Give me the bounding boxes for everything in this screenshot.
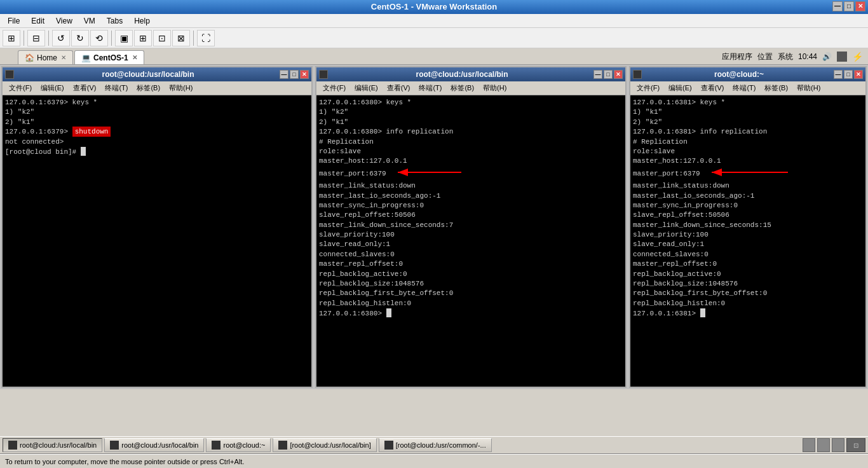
menu-edit[interactable]: Edit: [26, 15, 50, 27]
t3-line-2: 1) "k1": [633, 107, 863, 117]
taskbar-item-2[interactable]: root@cloud:/usr/local/bin: [104, 438, 204, 452]
toolbar-btn-2[interactable]: ⊟: [27, 30, 45, 46]
t1-line-6: [root@cloud bin]#: [5, 147, 309, 157]
t1-menu-view[interactable]: 查看(V): [69, 83, 100, 93]
t2-line-14: slave_priority:100: [319, 230, 623, 240]
close-button[interactable]: ✕: [855, 1, 865, 11]
taskbar-item-1[interactable]: root@cloud:/usr/local/bin: [3, 438, 102, 452]
taskbar-item-5[interactable]: [root@cloud:/usr/common/-...: [379, 438, 492, 452]
t2-line-12: slave_repl_offset:50506: [319, 210, 623, 220]
t2-menu-view[interactable]: 查看(V): [383, 83, 414, 93]
tab-centos1-close[interactable]: ✕: [132, 54, 137, 61]
maximize-button[interactable]: □: [844, 1, 854, 11]
t2-menu-file[interactable]: 文件(F): [319, 83, 349, 93]
menu-file[interactable]: File: [3, 15, 25, 27]
taskbar-btn-2[interactable]: [817, 438, 830, 452]
terminal-3-close[interactable]: ✕: [854, 70, 863, 79]
terminal-1-body[interactable]: 127.0.0.1:6379> keys * 1) "k2" 2) "k1" 1…: [3, 95, 311, 387]
toolbar-btn-8[interactable]: ⊡: [153, 30, 171, 46]
t3-menu-terminal[interactable]: 终端(T): [729, 83, 759, 93]
taskbar-btn-3[interactable]: [832, 438, 844, 452]
tab-home-close[interactable]: ✕: [61, 54, 66, 61]
systray-apps[interactable]: 应用程序: [722, 52, 752, 62]
toolbar-btn-9[interactable]: ⊠: [172, 30, 190, 46]
terminal-3-body[interactable]: 127.0.0.1:6381> keys * 1) "k1" 2) "k2" 1…: [630, 95, 865, 387]
toolbar-btn-1[interactable]: ⊞: [3, 30, 20, 46]
terminal-3-icon: [633, 70, 642, 79]
toolbar-btn-fullscreen[interactable]: ⛶: [197, 30, 215, 46]
t1-menu-terminal[interactable]: 终端(T): [101, 83, 132, 93]
t3-menu-help[interactable]: 帮助(H): [793, 83, 824, 93]
t3-line-22: 127.0.0.1:6381>: [633, 308, 863, 319]
toolbar-btn-3[interactable]: ↺: [52, 30, 70, 46]
tab-home[interactable]: 🏠 Home ✕: [18, 50, 73, 64]
statusbar: To return to your computer, move the mou…: [0, 454, 868, 468]
t3-menu-edit[interactable]: 编辑(E): [665, 83, 696, 93]
terminal-3-maximize[interactable]: □: [844, 70, 853, 79]
menu-view[interactable]: View: [51, 15, 78, 27]
t1-menu-help[interactable]: 帮助(H): [165, 83, 196, 93]
t1-menu-file[interactable]: 文件(F): [5, 83, 36, 93]
t1-menu-edit[interactable]: 编辑(E): [37, 83, 68, 93]
taskbar-network-icon: ⊡: [853, 442, 858, 449]
taskbar: root@cloud:/usr/local/bin root@cloud:/us…: [0, 436, 868, 454]
terminal-2-body[interactable]: 127.0.0.1:6380> keys * 1) "k2" 2) "k1" 1…: [316, 95, 625, 387]
t3-menu-view[interactable]: 查看(V): [697, 83, 728, 93]
taskbar-item-4[interactable]: [root@cloud:/usr/local/bin]: [273, 438, 376, 452]
t3-line-15: slave_read_only:1: [633, 240, 863, 249]
t3-menu-file[interactable]: 文件(F): [633, 83, 663, 93]
taskbar-icon-3: [212, 441, 220, 450]
taskbar-label-1: root@cloud:/usr/local/bin: [20, 441, 97, 449]
t2-line-2: 1) "k2": [319, 107, 623, 117]
taskbar-icon-4: [278, 441, 287, 450]
terminal-3-winbtns: — □ ✕: [834, 70, 863, 79]
terminal-2-minimize[interactable]: —: [593, 70, 602, 79]
t2-menu-tabs[interactable]: 标签(B): [447, 83, 478, 93]
t2-line-15: slave_read_only:1: [319, 240, 623, 249]
toolbar-btn-4[interactable]: ↻: [71, 30, 89, 46]
systray-places[interactable]: 位置: [757, 52, 773, 62]
terminal-1-minimize[interactable]: —: [280, 70, 288, 79]
terminal-1-close[interactable]: ✕: [300, 70, 309, 79]
menubar: File Edit View VM Tabs Help: [0, 14, 868, 28]
t2-menu-edit[interactable]: 编辑(E): [351, 83, 382, 93]
systray-time: 10:44: [798, 52, 817, 61]
menu-help[interactable]: Help: [129, 15, 155, 27]
menu-vm[interactable]: VM: [79, 15, 100, 27]
t2-line-13: master_link_down_since_seconds:7: [319, 221, 623, 230]
t3-cursor: [700, 308, 705, 317]
t1-line-1: 127.0.0.1:6379> keys *: [5, 98, 309, 107]
menu-tabs[interactable]: Tabs: [102, 15, 128, 27]
toolbar-btn-5[interactable]: ⟲: [90, 30, 108, 46]
taskbar-label-4: [root@cloud:/usr/local/bin]: [290, 441, 370, 449]
toolbar-btn-7[interactable]: ⊞: [134, 30, 152, 46]
taskbar-label-3: root@cloud:~: [223, 441, 265, 449]
t3-line-3: 2) "k2": [633, 118, 863, 127]
t3-menu-tabs[interactable]: 标签(B): [761, 83, 792, 93]
terminal-2-maximize[interactable]: □: [604, 70, 613, 79]
tab-centos1[interactable]: 💻 CentOS-1 ✕: [74, 50, 144, 64]
systray-system[interactable]: 系统: [778, 52, 793, 62]
t1-menu-tabs[interactable]: 标签(B): [133, 83, 164, 93]
terminal-2-winbtns: — □ ✕: [593, 70, 623, 79]
terminal-1-maximize[interactable]: □: [290, 70, 299, 79]
systray-extra: [837, 52, 847, 62]
terminal-panel-3: root@cloud:~ — □ ✕ 文件(F) 编辑(E) 查看(V) 终端(…: [629, 66, 867, 388]
terminal-1-titlebar: root@cloud:/usr/local/bin — □ ✕: [3, 67, 311, 81]
terminal-2-close[interactable]: ✕: [614, 70, 623, 79]
minimize-button[interactable]: —: [832, 1, 843, 11]
terminals-area: root@cloud:/usr/local/bin — □ ✕ 文件(F) 编辑…: [0, 65, 868, 389]
terminal-3-minimize[interactable]: —: [834, 70, 843, 79]
t2-menu-help[interactable]: 帮助(H): [479, 83, 510, 93]
t2-menu-terminal[interactable]: 终端(T): [415, 83, 445, 93]
t2-red-arrow: [391, 167, 468, 181]
t2-line-11: master_sync_in_progress:0: [319, 201, 623, 210]
t2-line-22: 127.0.0.1:6380>: [319, 308, 623, 319]
t2-line-18: repl_backlog_active:0: [319, 270, 623, 279]
taskbar-item-3[interactable]: root@cloud:~: [206, 438, 271, 452]
t3-line-11: master_sync_in_progress:0: [633, 201, 863, 210]
toolbar-btn-6[interactable]: ▣: [115, 30, 133, 46]
t2-line-6: role:slave: [319, 147, 623, 156]
terminal-3-title: root@cloud:~: [644, 67, 834, 81]
taskbar-btn-1[interactable]: [803, 438, 815, 452]
